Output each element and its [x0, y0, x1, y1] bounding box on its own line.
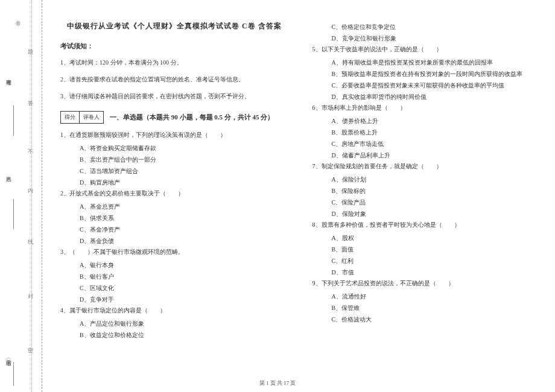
- option: C、必要收益率是指投资对象未来可能获得的各种收益率的平均值: [312, 80, 541, 91]
- seal-dotted-line: [31, 0, 32, 392]
- exam-title: 中级银行从业考试《个人理财》全真模拟考试试卷 C卷 含答案: [60, 21, 288, 31]
- option: A、股权: [312, 232, 541, 244]
- question-stem: 6、市场利率上升的影响是（ ）: [312, 103, 541, 113]
- option: A、银行本身: [60, 259, 288, 271]
- option: D、基金负债: [60, 235, 288, 247]
- right-column: C、价格定位和竞争定位 D、竞争定位和银行形象 5、以下关于收益率的说法中，正确…: [312, 21, 541, 386]
- option: C、区域文化: [60, 282, 288, 294]
- option: D、保险对象: [312, 208, 541, 220]
- option: A、基金总资产: [60, 201, 288, 212]
- notice-header: 考试须知：: [60, 42, 288, 51]
- ticket-underline: [13, 106, 14, 136]
- question-block: 3、（ ）不属于银行市场微观环境的范畴。 A、银行本身 B、银行客户 C、区域文…: [60, 247, 288, 305]
- question-stem: 9、下列关于艺术品投资的说法，不正确的是（ ）: [312, 278, 541, 288]
- option: B、股票价格上升: [312, 127, 541, 138]
- option: B、预期收益率是指投资者在持有投资对象的一段时间内所获得的收益率: [312, 68, 541, 80]
- option: B、收益定位和价格定位: [60, 329, 288, 341]
- question-block: 6、市场利率上升的影响是（ ） A、债券价格上升 B、股票价格上升 C、房地产市…: [312, 103, 541, 161]
- option: D、市值: [312, 267, 541, 278]
- seal-char: 不: [28, 148, 33, 156]
- notice-item: 3、请仔细阅读各种题目的回答要求，在密封线内答题，否则不予评分。: [60, 92, 288, 101]
- score-label: 得分: [61, 112, 80, 123]
- option: D、竞争定位和银行形象: [312, 33, 541, 44]
- question-stem: 8、股票有多种价值，投资者平时较为关心地是（ ）: [312, 220, 541, 230]
- option: C、价格波动大: [312, 314, 541, 325]
- question-block: 5、以下关于收益率的说法中，正确的是（ ） A、持有期收益率是指投资某投资对象所…: [312, 44, 541, 103]
- option: C、房地产市场走低: [312, 138, 541, 150]
- score-box: 得分 评卷人: [60, 111, 104, 124]
- option: A、保险计划: [312, 174, 541, 185]
- seal-char: 线: [28, 238, 33, 246]
- option: B、面值: [312, 244, 541, 255]
- question-block: 9、下列关于艺术品投资的说法，不正确的是（ ） A、流通性好 B、保管难 C、价…: [312, 278, 541, 325]
- option: B、保险标的: [312, 185, 541, 197]
- question-stem: 1、在通货膨胀预期较强时，下列的理论决策有误的是（ ）: [60, 130, 288, 140]
- exam-page: ◎ 准考证号 姓名 省（市区） 题 答 不 内 线 封 密 中级银行从业考试《个…: [0, 0, 555, 392]
- notice-item: 1、考试时间：120 分钟，本卷满分为 100 分。: [60, 58, 288, 68]
- score-row: 得分 评卷人 一、单选题（本题共 90 小题，每题 0.5 分，共计 45 分）: [60, 111, 288, 124]
- option: C、保险产品: [312, 197, 541, 208]
- reviewer-label: 评卷人: [80, 112, 103, 123]
- question-stem: 5、以下关于收益率的说法中，正确的是（ ）: [312, 44, 541, 54]
- seal-char: 内: [28, 187, 33, 195]
- notice-item: 2、请首先按要求在试卷的指定位置填写您的姓名、准考证号等信息。: [60, 75, 288, 84]
- name-underline: [13, 199, 14, 229]
- left-column: 中级银行从业考试《个人理财》全真模拟考试试卷 C卷 含答案 考试须知： 1、考试…: [60, 21, 288, 386]
- question-stem: 7、制定保险规划的首要任务，就是确定（ ）: [312, 161, 541, 171]
- option: C、基金净资产: [60, 224, 288, 235]
- page-footer: 第 1 页 共 17 页: [0, 379, 555, 387]
- option: C、价格定位和竞争定位: [312, 21, 541, 33]
- question-block: 7、制定保险规划的首要任务，就是确定（ ） A、保险计划 B、保险标的 C、保险…: [312, 161, 541, 220]
- question-stem: 2、开放式基金的交易价格主要取决于（ ）: [60, 188, 288, 198]
- option: B、银行客户: [60, 271, 288, 282]
- option: C、适当增加资产组合: [60, 165, 288, 177]
- option: A、将资金购买定期储蓄存款: [60, 142, 288, 154]
- question-stem: 3、（ ）不属于银行市场微观环境的范畴。: [60, 247, 288, 257]
- option: A、持有期收益率是指投资某投资对象所要求的最低的回报率: [312, 57, 541, 68]
- question-block: 1、在通货膨胀预期较强时，下列的理论决策有误的是（ ） A、将资金购买定期储蓄存…: [60, 130, 288, 188]
- content-area: 中级银行从业考试《个人理财》全真模拟考试试卷 C卷 含答案 考试须知： 1、考试…: [42, 0, 555, 392]
- question-block: 2、开放式基金的交易价格主要取决于（ ） A、基金总资产 B、供求关系 C、基金…: [60, 188, 288, 247]
- question-block: 4、属于银行市场定位的内容是（ ） A、产品定位和银行形象 B、收益定位和价格定…: [60, 305, 288, 341]
- question-stem: 4、属于银行市场定位的内容是（ ）: [60, 305, 288, 315]
- option: D、购置房地产: [60, 177, 288, 188]
- option: B、卖出资产组合中的一部分: [60, 154, 288, 165]
- option: C、红利: [312, 255, 541, 267]
- option: A、流通性好: [312, 291, 541, 302]
- question-block: 8、股票有多种价值，投资者平时较为关心地是（ ） A、股权 B、面值 C、红利 …: [312, 220, 541, 278]
- seal-char: 封: [28, 292, 33, 300]
- binding-margin: ◎ 准考证号 姓名 省（市区） 题 答 不 内 线 封 密: [0, 0, 42, 392]
- option: D、储蓄产品利率上升: [312, 150, 541, 161]
- binding-circle: ◎: [15, 20, 21, 26]
- section-title: 一、单选题（本题共 90 小题，每题 0.5 分，共计 45 分）: [110, 113, 274, 122]
- option: B、供求关系: [60, 212, 288, 224]
- seal-char: 答: [28, 100, 33, 107]
- seal-char: 密: [28, 347, 33, 355]
- option: A、债券价格上升: [312, 115, 541, 127]
- seal-char: 题: [28, 48, 33, 56]
- option: D、竞争对手: [60, 294, 288, 305]
- option: B、保管难: [312, 302, 541, 314]
- option: D、真实收益率即货币的纯时间价值: [312, 91, 541, 103]
- option: A、产品定位和银行形象: [60, 318, 288, 329]
